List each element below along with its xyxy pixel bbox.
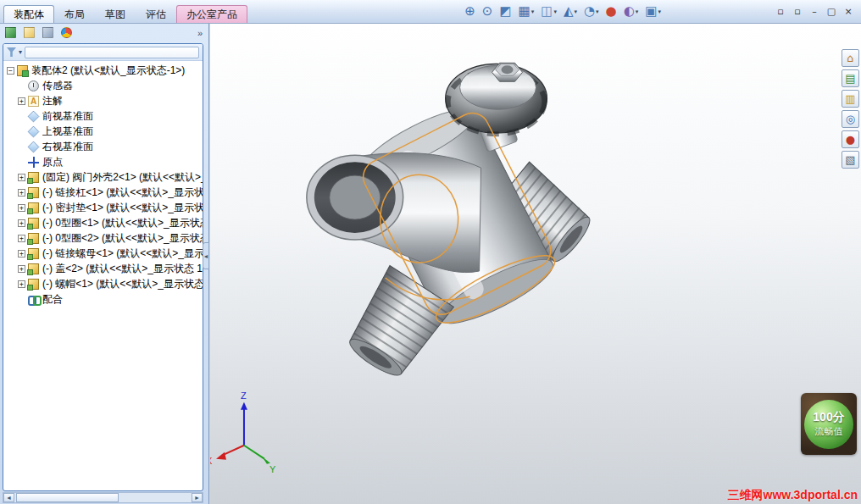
hide-show-items-icon[interactable]: ◭ ▾ bbox=[560, 3, 580, 21]
tree-item-annotations[interactable]: + 注解 bbox=[3, 93, 203, 108]
tree-expander[interactable]: − bbox=[7, 67, 14, 75]
appearances-icon[interactable]: ● bbox=[842, 130, 859, 148]
apply-scene-icon[interactable]: ◐ ▾ bbox=[620, 3, 642, 21]
tree-item-link-nut[interactable]: + (-) 链接螺母<1> (默认<<默认>_显示状态 1>) bbox=[3, 246, 203, 261]
scroll-right-arrow[interactable]: ► bbox=[192, 493, 203, 502]
minimize-button[interactable]: – bbox=[807, 5, 822, 19]
left-port[interactable] bbox=[307, 153, 481, 273]
tree-filter-bar: ▾ bbox=[3, 44, 203, 61]
view-orientation-icon[interactable]: ▦ ▾ bbox=[515, 3, 538, 21]
close-button[interactable]: × bbox=[841, 5, 856, 19]
scrollbar-track[interactable] bbox=[14, 493, 192, 502]
tree-item-valve-housing[interactable]: + (固定) 阀门外壳2<1> (默认<<默认>_显示状态 1>) bbox=[3, 169, 203, 185]
fluency-sphere: 100分 流畅值 bbox=[804, 400, 853, 449]
tree-item-label: 原点 bbox=[42, 155, 63, 169]
tree-item-label: 传感器 bbox=[42, 79, 73, 93]
tab-office-products[interactable]: 办公室产品 bbox=[176, 5, 247, 23]
feature-manager-tab[interactable] bbox=[3, 25, 19, 40]
tree-item-label: (-) 链接杠<1> (默认<<默认>_显示状态 1>) bbox=[42, 186, 203, 200]
tool-glyph: ● bbox=[606, 5, 617, 18]
dropdown-caret-icon[interactable]: ▾ bbox=[574, 8, 577, 15]
home-icon[interactable]: ⌂ bbox=[842, 49, 859, 67]
custom-properties-icon[interactable]: ▧ bbox=[842, 151, 859, 169]
tree-item-sensors[interactable]: 传感器 bbox=[3, 78, 203, 93]
tree-item-link-rod[interactable]: + (-) 链接杠<1> (默认<<默认>_显示状态 1>) bbox=[3, 185, 203, 200]
dropdown-caret-icon[interactable]: ▾ bbox=[531, 8, 535, 15]
top-toolbar: 装配体 布局 草图 评估 办公室产品 ⊕ ⊙ bbox=[0, 0, 861, 24]
tree-item-icon bbox=[28, 125, 40, 137]
scrollbar-thumb[interactable] bbox=[16, 493, 119, 502]
tree-item-icon bbox=[28, 141, 40, 152]
tree-horizontal-scrollbar[interactable]: ◄ ► bbox=[3, 492, 203, 503]
tree-item-o-ring-1[interactable]: + (-) 0型圈<1> (默认<<默认>_显示状态 1>) bbox=[3, 215, 203, 230]
design-library-icon[interactable]: ▤ bbox=[842, 69, 859, 87]
window-button-glyph: – bbox=[812, 6, 817, 17]
tree-item-front-plane[interactable]: 前视基准面 bbox=[3, 108, 203, 124]
scroll-left-arrow[interactable]: ◄ bbox=[3, 493, 14, 502]
tab-assembly[interactable]: 装配体 bbox=[3, 5, 54, 23]
tree-expander[interactable]: + bbox=[18, 189, 25, 197]
filter-funnel-icon[interactable] bbox=[7, 47, 16, 57]
dropdown-caret-icon[interactable]: ▾ bbox=[596, 8, 599, 15]
zoom-fit-icon[interactable]: ⊙ bbox=[479, 3, 497, 21]
tab-layout[interactable]: 布局 bbox=[54, 5, 95, 23]
tab-sketch[interactable]: 草图 bbox=[95, 5, 136, 23]
property-manager-tab[interactable] bbox=[21, 25, 37, 40]
dropdown-caret-icon[interactable]: ▾ bbox=[636, 8, 639, 15]
configuration-manager-tab[interactable] bbox=[40, 25, 56, 40]
restore-button[interactable]: ▢ bbox=[824, 5, 839, 19]
display-style-icon[interactable]: ◫ ▾ bbox=[537, 3, 560, 21]
panel-overflow-chevron[interactable]: » bbox=[194, 28, 206, 38]
section-view-icon[interactable]: ◔ ▾ bbox=[580, 3, 603, 21]
filter-input[interactable] bbox=[25, 47, 199, 58]
doc-button-1[interactable]: ▫ bbox=[773, 5, 788, 19]
graphics-area[interactable]: Z X Y ⌂ ▤ ▥ ◎ ● ▧ bbox=[210, 24, 861, 504]
task-pane-glyph: ⌂ bbox=[847, 53, 853, 64]
tree-item-icon bbox=[28, 218, 39, 229]
dropdown-caret-icon[interactable]: ▾ bbox=[658, 8, 661, 15]
feature-tree: − 装配体2 (默认<默认_显示状态-1>) 传感器 + 注解 bbox=[3, 61, 203, 490]
tree-expander[interactable]: + bbox=[18, 235, 25, 242]
dropdown-caret-icon[interactable]: ▾ bbox=[553, 8, 557, 15]
tree-item-gasket[interactable]: + (-) 密封垫<1> (默认<<默认>_显示状态 1>) bbox=[3, 200, 203, 215]
tool-glyph: ◐ bbox=[624, 5, 635, 18]
search-results-icon[interactable]: ◎ bbox=[842, 110, 859, 128]
tab-evaluate[interactable]: 评估 bbox=[136, 5, 176, 23]
tree-expander[interactable]: + bbox=[18, 265, 25, 273]
tree-expander[interactable]: + bbox=[18, 250, 25, 258]
tree-item-icon bbox=[28, 294, 39, 305]
tree-item-icon bbox=[17, 65, 28, 76]
tree-item-nut[interactable]: + (-) 螺帽<1> (默认<<默认>_显示状态 1>) bbox=[3, 276, 203, 291]
tree-item-icon bbox=[28, 202, 39, 213]
tree-item-mates[interactable]: 配合 bbox=[3, 291, 203, 307]
tree-expander[interactable]: + bbox=[18, 174, 25, 181]
tree-item-cap[interactable]: + (-) 盖<2> (默认<<默认>_显示状态 1>) bbox=[3, 261, 203, 276]
select-filter-icon[interactable]: ◩ bbox=[496, 3, 514, 21]
tree-expander[interactable]: + bbox=[18, 280, 25, 288]
tree-expander[interactable]: + bbox=[18, 97, 25, 105]
tree-item-icon bbox=[28, 248, 39, 259]
tool-glyph: ◩ bbox=[499, 5, 511, 18]
tree-item-o-ring-2[interactable]: + (-) 0型圈<2> (默认<<默认>_显示状态 1>) bbox=[3, 230, 203, 246]
task-pane-glyph: ▥ bbox=[845, 93, 855, 104]
view-settings-icon[interactable]: ▣ ▾ bbox=[642, 3, 664, 21]
tree-item-top-plane[interactable]: 上视基准面 bbox=[3, 124, 203, 139]
ribbon-tab-label: 办公室产品 bbox=[186, 8, 237, 22]
panel-collapse-handle[interactable]: ◄ bbox=[203, 242, 209, 269]
tree-item-origin[interactable]: 原点 bbox=[3, 154, 203, 169]
tree-item-label: (-) 螺帽<1> (默认<<默认>_显示状态 1>) bbox=[42, 277, 203, 291]
edit-appearance-icon[interactable]: ● bbox=[603, 3, 620, 21]
valve-assembly-model[interactable]: Z X Y bbox=[210, 24, 861, 504]
filter-caret-icon[interactable]: ▾ bbox=[19, 48, 22, 56]
triad-y-label: Y bbox=[269, 464, 276, 474]
tree-item-assembly-root[interactable]: − 装配体2 (默认<默认_显示状态-1>) bbox=[3, 63, 203, 78]
tree-item-right-plane[interactable]: 右视基准面 bbox=[3, 139, 203, 154]
tree-expander[interactable]: + bbox=[18, 219, 25, 227]
tree-item-label: (-) 0型圈<2> (默认<<默认>_显示状态 1>) bbox=[42, 231, 203, 246]
tree-item-label: (-) 0型圈<1> (默认<<默认>_显示状态 1>) bbox=[42, 216, 203, 230]
file-explorer-icon[interactable]: ▥ bbox=[842, 90, 859, 108]
display-manager-tab[interactable] bbox=[58, 25, 75, 40]
doc-button-2[interactable]: ▫ bbox=[790, 5, 805, 19]
tree-expander[interactable]: + bbox=[18, 204, 25, 212]
zoom-in-icon[interactable]: ⊕ bbox=[461, 3, 479, 21]
